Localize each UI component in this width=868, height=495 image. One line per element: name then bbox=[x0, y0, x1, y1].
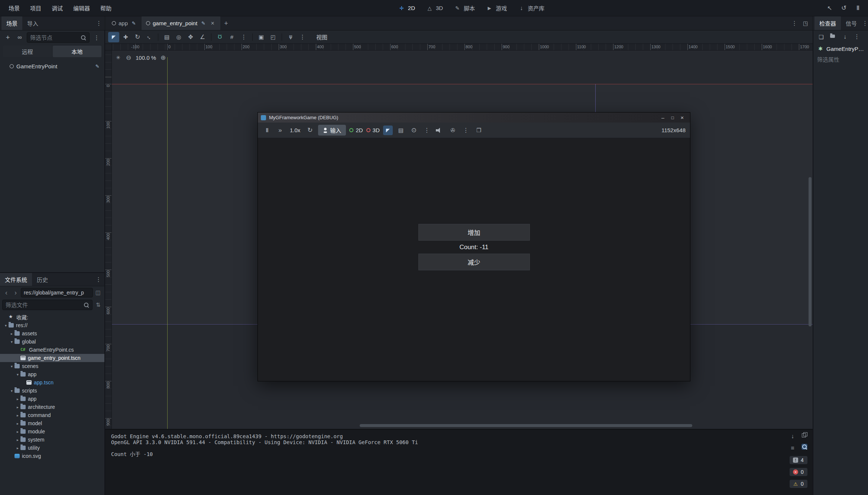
dock-tab-import[interactable]: 导入 bbox=[22, 16, 43, 30]
mode-3d[interactable]: 3D bbox=[366, 127, 380, 133]
horizontal-ruler[interactable]: -100010020030040050060070080090010001100… bbox=[112, 44, 813, 51]
menu-debug[interactable]: 调试 bbox=[47, 1, 68, 14]
2d-viewport[interactable]: 0100200300400500600700800900 100.0 % MyG… bbox=[105, 51, 813, 429]
scale-tool[interactable] bbox=[144, 32, 155, 42]
scene-tab-app[interactable]: app bbox=[107, 16, 142, 30]
audio-icon[interactable] bbox=[435, 127, 445, 134]
expand-window-icon[interactable] bbox=[802, 20, 809, 27]
runs-badge[interactable]: 4 bbox=[790, 456, 807, 464]
switcher-3d[interactable]: 3D bbox=[426, 5, 443, 12]
scene-dock-tabs-more-icon[interactable] bbox=[93, 16, 105, 30]
skeleton-tool[interactable] bbox=[285, 32, 296, 42]
menu-project[interactable]: 项目 bbox=[25, 1, 46, 14]
list-select-tool[interactable] bbox=[161, 32, 172, 42]
expand-arrow-icon[interactable]: ▾ bbox=[9, 364, 14, 368]
mode-2d[interactable]: 2D bbox=[349, 127, 363, 133]
file-row[interactable]: ▾global bbox=[0, 338, 104, 346]
fs-panel-more-icon[interactable] bbox=[93, 273, 104, 286]
expand-arrow-icon[interactable]: ▸ bbox=[15, 421, 20, 426]
expand-arrow-icon[interactable]: ▾ bbox=[9, 340, 14, 344]
h-scrollbar[interactable] bbox=[360, 424, 692, 427]
close-button[interactable] bbox=[677, 114, 687, 121]
tabstrip-more-icon[interactable] bbox=[791, 20, 798, 27]
increase-button[interactable]: 增加 bbox=[418, 224, 530, 241]
speed-label[interactable]: 1.0x bbox=[288, 127, 302, 133]
file-row[interactable]: ▸utility bbox=[0, 444, 104, 452]
expand-arrow-icon[interactable]: ▸ bbox=[15, 413, 20, 417]
snap-more-icon[interactable] bbox=[238, 32, 249, 42]
property-filter-input[interactable] bbox=[817, 56, 864, 63]
fullscreen-icon[interactable] bbox=[474, 126, 484, 135]
add-node-icon[interactable] bbox=[3, 33, 13, 42]
switcher-2d[interactable]: 2D bbox=[398, 5, 415, 12]
ruler-tool[interactable] bbox=[197, 32, 208, 42]
tab-inspector[interactable]: 检查器 bbox=[814, 16, 841, 30]
fs-path-input[interactable] bbox=[24, 290, 90, 296]
tab-close-icon[interactable] bbox=[209, 20, 216, 27]
pan-tool[interactable] bbox=[185, 32, 196, 42]
file-filter-input[interactable] bbox=[6, 302, 81, 308]
file-row[interactable]: ▾scripts bbox=[0, 387, 104, 395]
pivot-tool[interactable] bbox=[173, 32, 184, 42]
dock-tab-scene[interactable]: 场景 bbox=[1, 16, 22, 30]
maximize-button[interactable] bbox=[668, 114, 677, 121]
split-view-icon[interactable] bbox=[94, 288, 102, 297]
errors-badge[interactable]: 0 bbox=[790, 468, 807, 476]
back-icon[interactable] bbox=[2, 288, 10, 297]
remote-button[interactable]: 远程 bbox=[3, 46, 52, 57]
file-row[interactable]: ▸model bbox=[0, 419, 104, 427]
expand-arrow-icon[interactable]: ▸ bbox=[15, 438, 20, 442]
expand-arrow-icon[interactable]: ▸ bbox=[15, 430, 20, 434]
warnings-badge[interactable]: 0 bbox=[790, 480, 807, 488]
switcher-assetlib[interactable]: 资产库 bbox=[518, 4, 544, 12]
file-row[interactable]: ▾app bbox=[0, 370, 104, 378]
camera-icon[interactable] bbox=[448, 126, 458, 135]
decrease-button[interactable]: 减少 bbox=[418, 254, 530, 270]
expand-arrow-icon[interactable]: ▸ bbox=[15, 405, 20, 409]
save-resource-icon[interactable] bbox=[842, 33, 848, 40]
inspector-node-row[interactable]: GameEntryPoint bbox=[813, 43, 868, 54]
select-tool[interactable] bbox=[108, 32, 119, 42]
node-filter-input[interactable] bbox=[30, 35, 78, 41]
game-window-titlebar[interactable]: MyGFrameworkGame (DEBUG) bbox=[258, 113, 690, 123]
new-tab-button[interactable] bbox=[220, 16, 232, 30]
file-row[interactable]: ▸system bbox=[0, 436, 104, 444]
vertical-ruler[interactable]: 0100200300400500600700800900 bbox=[105, 51, 112, 429]
file-row[interactable]: ▸assets bbox=[0, 329, 104, 338]
next-frame-icon[interactable] bbox=[275, 126, 285, 135]
inspector-more-icon[interactable] bbox=[854, 33, 860, 40]
camera-more-icon[interactable] bbox=[422, 126, 432, 135]
menu-editor[interactable]: 编辑器 bbox=[68, 1, 95, 14]
search-log-icon[interactable] bbox=[801, 444, 807, 450]
grid-snap-tool[interactable] bbox=[226, 32, 237, 42]
suspend-icon[interactable] bbox=[262, 126, 272, 135]
group-tool[interactable] bbox=[268, 32, 279, 42]
minimize-button[interactable] bbox=[658, 114, 668, 121]
file-row[interactable]: game_entry_point.tscn bbox=[0, 354, 104, 362]
local-button[interactable]: 本地 bbox=[53, 46, 102, 57]
new-resource-icon[interactable] bbox=[818, 33, 825, 40]
file-row[interactable]: ▸module bbox=[0, 427, 104, 436]
expand-arrow-icon[interactable]: ▾ bbox=[15, 372, 20, 377]
expand-arrow-icon[interactable]: ▾ bbox=[3, 323, 9, 328]
smart-snap-tool[interactable] bbox=[214, 32, 226, 42]
filter-log-icon[interactable] bbox=[788, 444, 797, 453]
input-toggle[interactable]: 输入 bbox=[318, 125, 346, 136]
restart-icon[interactable] bbox=[305, 126, 315, 135]
scene-tab-game-entry-point[interactable]: game_entry_point bbox=[142, 16, 220, 30]
copy-log-icon[interactable] bbox=[801, 432, 807, 438]
zoom-in-icon[interactable] bbox=[160, 54, 166, 61]
zoom-out-icon[interactable] bbox=[125, 54, 132, 61]
fs-tab-filesystem[interactable]: 文件系统 bbox=[0, 273, 32, 286]
file-row[interactable]: ▸app bbox=[0, 395, 104, 403]
file-row[interactable]: icon.svg bbox=[0, 452, 104, 460]
tab-signals[interactable]: 信号 bbox=[841, 16, 862, 30]
v-scrollbar[interactable] bbox=[809, 177, 812, 326]
expand-arrow-icon[interactable]: ▸ bbox=[15, 446, 20, 450]
center-view-icon[interactable] bbox=[115, 54, 122, 61]
menu-help[interactable]: 帮助 bbox=[95, 1, 116, 14]
expand-arrow-icon[interactable]: ▸ bbox=[9, 332, 14, 336]
eye-icon[interactable] bbox=[409, 126, 419, 135]
rotate-tool[interactable] bbox=[132, 32, 143, 42]
scene-dock-more-icon[interactable] bbox=[92, 33, 101, 42]
